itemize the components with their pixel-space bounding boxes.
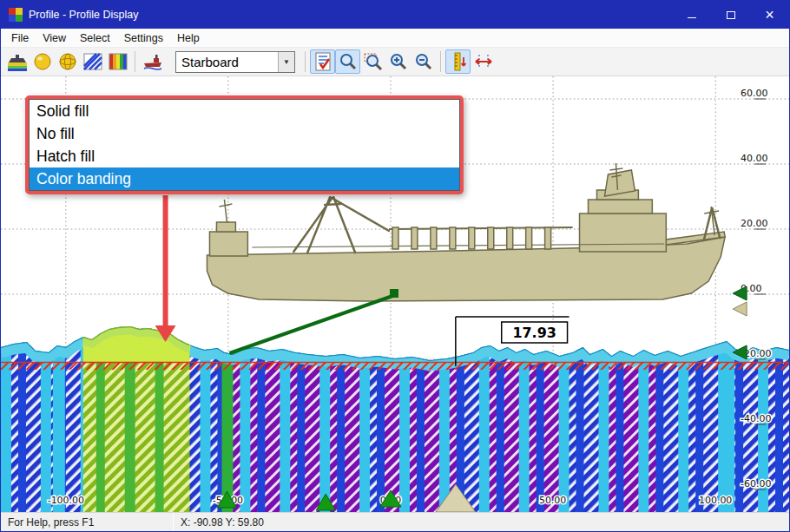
measure-horizontal-icon[interactable]: [471, 49, 496, 74]
window-title: Profile - Profile Display: [29, 9, 672, 21]
svg-text:40.00: 40.00: [741, 153, 767, 164]
menu-item-solid-fill[interactable]: Solid fill: [30, 100, 459, 122]
measurement-value: 17.93: [512, 325, 556, 341]
menu-file[interactable]: File: [4, 30, 36, 47]
menu-item-color-banding[interactable]: Color banding: [30, 167, 459, 190]
side-select-dropdown[interactable]: Starboard: [175, 51, 295, 73]
minimize-icon: [688, 17, 696, 18]
hatch-fill-icon[interactable]: [80, 49, 105, 74]
toolbar-separator: [135, 51, 135, 72]
measure-vertical-icon[interactable]: [445, 49, 471, 74]
titlebar: Profile - Profile Display: [1, 1, 789, 29]
fill-style-menu: Solid fill No fill Hatch fill Color band…: [25, 95, 464, 194]
profile-chart[interactable]: 60.00 40.00 20.00 0.00 -20.00 -40.00 -60…: [1, 76, 789, 512]
menu-item-no-fill[interactable]: No fill: [30, 122, 459, 145]
statusbar: For Help, press F1 X: -90.98 Y: 59.80: [1, 512, 789, 531]
svg-text:-60.00: -60.00: [741, 478, 771, 489]
globe-grid-view-icon[interactable]: [55, 49, 80, 74]
chevron-down-icon[interactable]: [278, 52, 294, 72]
app-window: Profile - Profile Display File View Sele…: [0, 0, 790, 532]
design-depth-line: [1, 362, 789, 370]
menu-settings[interactable]: Settings: [117, 30, 170, 47]
color-bands-icon[interactable]: [105, 49, 130, 74]
seabed-profile: [1, 326, 789, 512]
zoom-out-icon[interactable]: [411, 49, 436, 74]
cursor-coordinates: X: -90.98 Y: 59.80: [174, 516, 264, 529]
menubar: File View Select Settings Help: [1, 29, 789, 48]
svg-text:50.00: 50.00: [539, 495, 566, 506]
zoom-in-icon[interactable]: [385, 49, 411, 74]
menu-select[interactable]: Select: [73, 30, 117, 47]
menu-help[interactable]: Help: [170, 30, 207, 47]
status-help-text: For Help, press F1: [1, 516, 173, 529]
menu-item-hatch-fill[interactable]: Hatch fill: [30, 145, 459, 167]
minimize-button[interactable]: [672, 1, 711, 29]
red-arrow: [155, 195, 176, 342]
zoom-window-icon[interactable]: [360, 49, 385, 74]
svg-text:20.00: 20.00: [741, 218, 767, 229]
app-icon: [9, 8, 23, 22]
maximize-button[interactable]: [711, 1, 750, 29]
maximize-icon: [727, 11, 735, 19]
side-select-value: Starboard: [176, 55, 278, 69]
svg-text:60.00: 60.00: [741, 88, 767, 99]
globe-view-icon[interactable]: [30, 49, 55, 74]
toolbar: Starboard: [1, 48, 789, 76]
svg-text:100.00: 100.00: [699, 495, 732, 506]
verify-checklist-icon[interactable]: [310, 49, 335, 74]
toolbar-separator: [440, 51, 441, 72]
profile-display-icon[interactable]: [4, 49, 30, 74]
vessel-display-icon[interactable]: [140, 49, 165, 74]
menu-view[interactable]: View: [36, 30, 73, 47]
zoom-icon[interactable]: [335, 49, 360, 74]
svg-text:-40.00: -40.00: [741, 413, 771, 424]
close-icon: [765, 7, 774, 23]
toolbar-separator: [305, 51, 306, 72]
svg-text:-100.00: -100.00: [48, 495, 84, 506]
close-button[interactable]: [750, 1, 789, 29]
